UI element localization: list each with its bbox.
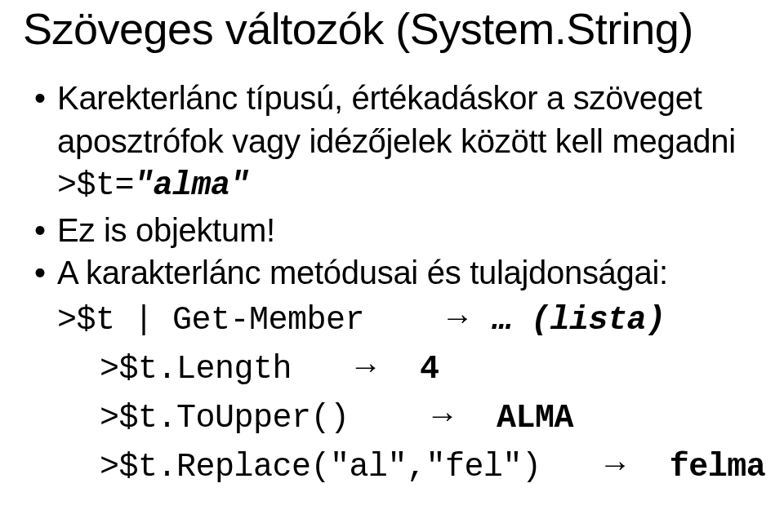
code-getmember: >$t | Get-Member → … (lista) bbox=[23, 295, 761, 344]
code-getmember-prefix: >$t | Get-Member bbox=[57, 302, 364, 339]
code-assign-prefix: >$t= bbox=[57, 167, 134, 204]
bullet-list-2: Ez is objektum! A karakterlánc metódusai… bbox=[23, 209, 761, 295]
arrow-icon: → bbox=[441, 299, 474, 335]
bullet-item-3: A karakterlánc metódusai és tulajdonsága… bbox=[34, 251, 761, 295]
arrow-icon: → bbox=[426, 397, 459, 433]
bullet-item-2: Ez is objektum! bbox=[34, 209, 761, 252]
bullet-item-1: Karekterlánc típusú, értékadáskor a szöv… bbox=[34, 77, 761, 163]
code-assign: >$t="alma" bbox=[23, 163, 761, 209]
code-toupper-result: ALMA bbox=[497, 400, 573, 437]
code-replace: >$t.Replace("al","fel") → felma bbox=[23, 441, 761, 490]
code-replace-result: felma bbox=[670, 449, 766, 485]
slide-title: Szöveges változók (System.String) bbox=[23, 3, 761, 54]
arrow-icon: → bbox=[599, 446, 631, 482]
arrow-icon: → bbox=[350, 348, 382, 384]
code-toupper-prefix: >$t.ToUpper() bbox=[100, 400, 350, 437]
code-replace-prefix: >$t.Replace("al","fel") bbox=[100, 449, 541, 485]
code-length-result: 4 bbox=[420, 351, 439, 388]
bullet-list: Karekterlánc típusú, értékadáskor a szöv… bbox=[23, 77, 761, 163]
code-length: >$t.Length → 4 bbox=[23, 344, 761, 392]
code-assign-value: "alma" bbox=[134, 167, 249, 204]
code-length-prefix: >$t.Length bbox=[100, 351, 292, 388]
code-getmember-result: … (lista) bbox=[492, 302, 666, 339]
code-toupper: >$t.ToUpper() → ALMA bbox=[23, 392, 761, 441]
